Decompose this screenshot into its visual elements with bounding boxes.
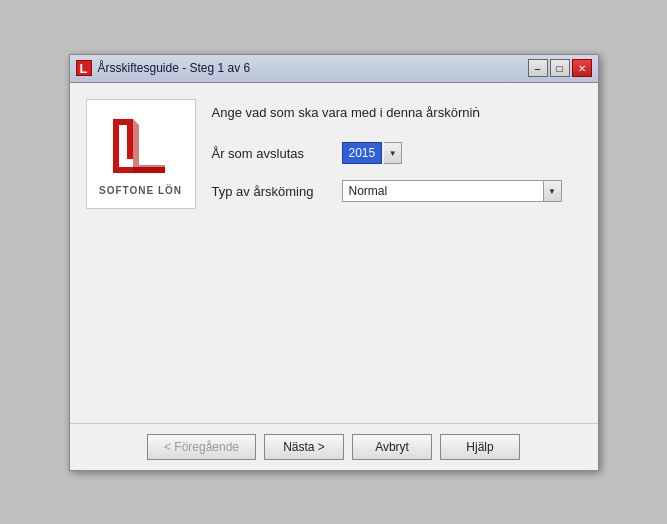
year-value[interactable]: 2015 xyxy=(342,142,383,164)
type-row: Typ av årsköming Normal ▼ xyxy=(212,180,582,202)
cancel-button[interactable]: Avbryt xyxy=(352,434,432,460)
maximize-button[interactable]: □ xyxy=(550,59,570,77)
logo-section: SOFTONE LÖN xyxy=(86,99,196,407)
type-dropdown[interactable]: Normal ▼ xyxy=(342,180,562,202)
form-area: År som avslutas 2015 ▼ Typ av årsköming … xyxy=(212,142,582,202)
window-footer: < Föregående Nästa > Avbryt Hjälp xyxy=(70,423,598,470)
window-icon: L xyxy=(76,60,92,76)
title-bar-left: L Årsskiftesguide - Steg 1 av 6 xyxy=(76,60,251,76)
type-label: Typ av årsköming xyxy=(212,184,332,199)
year-label: År som avslutas xyxy=(212,146,332,161)
title-bar: L Årsskiftesguide - Steg 1 av 6 – □ ✕ xyxy=(70,55,598,83)
next-button[interactable]: Nästa > xyxy=(264,434,344,460)
type-dropdown-arrow[interactable]: ▼ xyxy=(543,181,561,201)
logo-box: SOFTONE LÖN xyxy=(86,99,196,209)
minimize-button[interactable]: – xyxy=(528,59,548,77)
window-body: SOFTONE LÖN Ange vad som ska vara med i … xyxy=(70,83,598,423)
window-title: Årsskiftesguide - Steg 1 av 6 xyxy=(98,61,251,75)
content-section: Ange vad som ska vara med i denna årskör… xyxy=(212,99,582,407)
year-row: År som avslutas 2015 ▼ xyxy=(212,142,582,164)
description-text: Ange vad som ska vara med i denna årskör… xyxy=(212,103,582,123)
type-value: Normal xyxy=(343,184,543,198)
close-button[interactable]: ✕ xyxy=(572,59,592,77)
brand-text: SOFTONE LÖN xyxy=(99,185,182,196)
prev-button[interactable]: < Föregående xyxy=(147,434,256,460)
title-buttons: – □ ✕ xyxy=(528,59,592,77)
help-button[interactable]: Hjälp xyxy=(440,434,520,460)
year-dropdown-arrow[interactable]: ▼ xyxy=(384,142,402,164)
year-dropdown-wrap: 2015 ▼ xyxy=(342,142,403,164)
logo-image xyxy=(101,111,181,181)
main-window: L Årsskiftesguide - Steg 1 av 6 – □ ✕ xyxy=(69,54,599,471)
